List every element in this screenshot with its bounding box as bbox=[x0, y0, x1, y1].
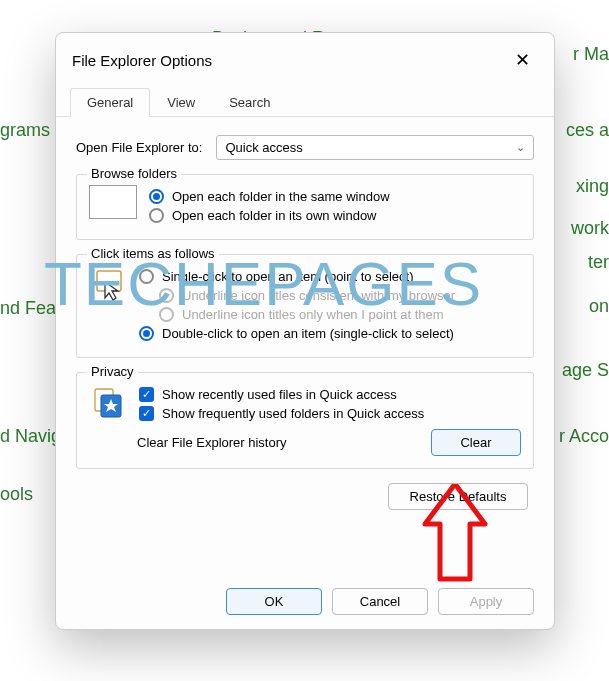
file-explorer-options-dialog: File Explorer Options ✕ General View Sea… bbox=[55, 32, 555, 630]
close-icon[interactable]: ✕ bbox=[507, 45, 538, 75]
dialog-title: File Explorer Options bbox=[72, 52, 212, 69]
tab-strip: General View Search bbox=[56, 87, 554, 117]
bg-link[interactable]: ces a bbox=[566, 120, 609, 141]
radio-single-click[interactable]: Single-click to open an item (point to s… bbox=[137, 269, 521, 284]
radio-label: Underline icon titles consistent with my… bbox=[182, 288, 455, 303]
chevron-down-icon: ⌄ bbox=[516, 141, 525, 154]
clear-history-label: Clear File Explorer history bbox=[137, 435, 287, 450]
dropdown-value: Quick access bbox=[225, 140, 302, 155]
bg-link[interactable]: age S bbox=[562, 360, 609, 381]
radio-icon bbox=[139, 326, 154, 341]
radio-label: Open each folder in its own window bbox=[172, 208, 377, 223]
radio-label: Double-click to open an item (single-cli… bbox=[162, 326, 454, 341]
titlebar: File Explorer Options ✕ bbox=[56, 33, 554, 83]
window-icon bbox=[89, 185, 137, 219]
bg-link[interactable]: r Ma bbox=[573, 44, 609, 65]
radio-icon bbox=[149, 208, 164, 223]
privacy-icon bbox=[89, 383, 129, 423]
radio-icon bbox=[159, 307, 174, 322]
tab-content: Open File Explorer to: Quick access ⌄ Br… bbox=[56, 117, 554, 524]
radio-own-window[interactable]: Open each folder in its own window bbox=[147, 208, 521, 223]
bg-link[interactable]: nd Fea bbox=[0, 298, 56, 319]
browse-folders-group: Browse folders Open each folder in the s… bbox=[76, 174, 534, 240]
check-label: Show frequently used folders in Quick ac… bbox=[162, 406, 424, 421]
radio-label: Open each folder in the same window bbox=[172, 189, 390, 204]
restore-defaults-button[interactable]: Restore Defaults bbox=[388, 483, 528, 510]
bg-link[interactable]: work bbox=[571, 218, 609, 239]
bg-link[interactable]: on bbox=[589, 296, 609, 317]
privacy-group: Privacy ✓ Show recently used files in Qu… bbox=[76, 372, 534, 469]
tab-search[interactable]: Search bbox=[212, 88, 287, 117]
open-explorer-row: Open File Explorer to: Quick access ⌄ bbox=[76, 135, 534, 160]
group-title: Privacy bbox=[87, 364, 138, 379]
bg-link[interactable]: grams bbox=[0, 120, 50, 141]
ok-button[interactable]: OK bbox=[226, 588, 322, 615]
radio-label: Underline icon titles only when I point … bbox=[182, 307, 444, 322]
open-explorer-dropdown[interactable]: Quick access ⌄ bbox=[216, 135, 534, 160]
bg-link[interactable]: xing bbox=[576, 176, 609, 197]
clear-button[interactable]: Clear bbox=[431, 429, 521, 456]
bg-link[interactable]: ools bbox=[0, 484, 33, 505]
radio-icon bbox=[159, 288, 174, 303]
dialog-footer: OK Cancel Apply bbox=[226, 588, 534, 615]
bg-link[interactable]: r Acco bbox=[559, 426, 609, 447]
radio-icon bbox=[139, 269, 154, 284]
checkbox-icon: ✓ bbox=[139, 387, 154, 402]
checkbox-icon: ✓ bbox=[139, 406, 154, 421]
radio-underline-point: Underline icon titles only when I point … bbox=[137, 307, 521, 322]
cursor-icon bbox=[89, 265, 129, 305]
bg-link[interactable]: ter bbox=[588, 252, 609, 273]
open-explorer-label: Open File Explorer to: bbox=[76, 140, 202, 155]
apply-button: Apply bbox=[438, 588, 534, 615]
radio-icon bbox=[149, 189, 164, 204]
check-recent-files[interactable]: ✓ Show recently used files in Quick acce… bbox=[137, 387, 521, 402]
radio-double-click[interactable]: Double-click to open an item (single-cli… bbox=[137, 326, 521, 341]
group-title: Browse folders bbox=[87, 166, 181, 181]
tab-general[interactable]: General bbox=[70, 88, 150, 117]
tab-view[interactable]: View bbox=[150, 88, 212, 117]
check-frequent-folders[interactable]: ✓ Show frequently used folders in Quick … bbox=[137, 406, 521, 421]
radio-same-window[interactable]: Open each folder in the same window bbox=[147, 189, 521, 204]
cancel-button[interactable]: Cancel bbox=[332, 588, 428, 615]
radio-underline-browser: Underline icon titles consistent with my… bbox=[137, 288, 521, 303]
click-items-group: Click items as follows Single-click to o… bbox=[76, 254, 534, 358]
bg-link[interactable]: d Navig bbox=[0, 426, 61, 447]
group-title: Click items as follows bbox=[87, 246, 219, 261]
radio-label: Single-click to open an item (point to s… bbox=[162, 269, 413, 284]
check-label: Show recently used files in Quick access bbox=[162, 387, 397, 402]
